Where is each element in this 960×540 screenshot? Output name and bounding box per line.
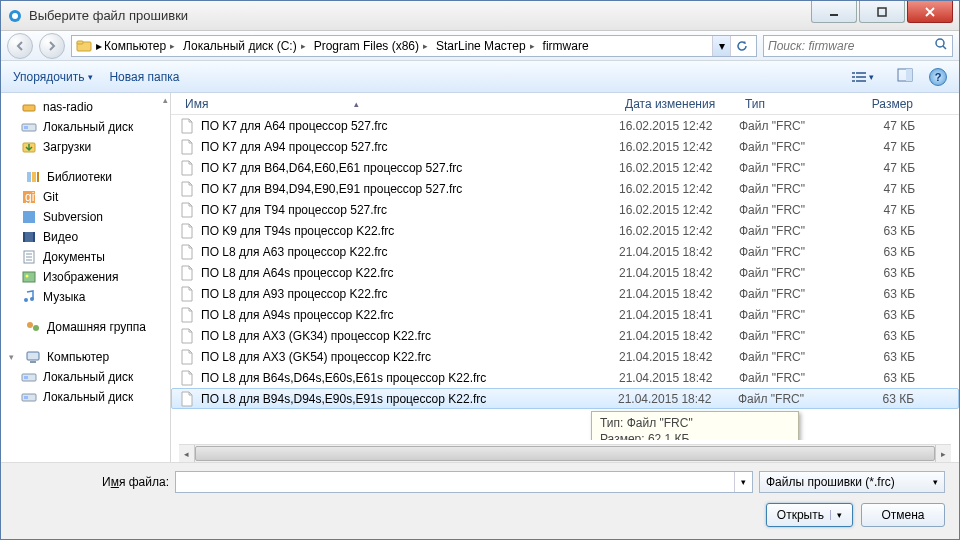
organize-button[interactable]: Упорядочить ▾ [13, 70, 93, 84]
svg-point-34 [33, 325, 39, 331]
file-row[interactable]: ПО L8 для A64s процессор K22.frc21.04.20… [171, 262, 959, 283]
file-date: 16.02.2015 12:42 [619, 140, 739, 154]
file-type: Файл "FRC" [739, 161, 849, 175]
file-row[interactable]: ПО L8 для B94s,D94s,E90s,E91s процессор … [171, 388, 959, 409]
file-row[interactable]: ПО L8 для AX3 (GK34) процессор K22.frc21… [171, 325, 959, 346]
file-row[interactable]: ПО L8 для A63 процессор K22.frc21.04.201… [171, 241, 959, 262]
file-icon [179, 286, 195, 302]
breadcrumb[interactable]: ▸ Компьютер▸ Локальный диск (C:)▸ Progra… [71, 35, 757, 57]
svg-rect-38 [24, 376, 28, 379]
search-icon[interactable] [934, 37, 948, 54]
documents-icon [21, 249, 37, 265]
file-type: Файл "FRC" [739, 224, 849, 238]
open-button[interactable]: Открыть▾ [766, 503, 853, 527]
crumb-computer[interactable]: Компьютер▸ [102, 39, 181, 53]
sidebar-item-git[interactable]: gitGit [1, 187, 170, 207]
close-button[interactable] [907, 1, 953, 23]
file-size: 63 КБ [849, 308, 919, 322]
sidebar-item-local-disk[interactable]: Локальный диск [1, 117, 170, 137]
command-bar: Упорядочить ▾ Новая папка ▾ ? [1, 61, 959, 93]
file-row[interactable]: ПО L8 для AX3 (GK54) процессор K22.frc21… [171, 346, 959, 367]
file-date: 16.02.2015 12:42 [619, 182, 739, 196]
crumb-firmware[interactable]: firmware [541, 39, 591, 53]
file-size: 47 КБ [849, 182, 919, 196]
svg-rect-9 [852, 76, 855, 78]
minimize-button[interactable] [811, 1, 857, 23]
filetype-filter[interactable]: Файлы прошивки (*.frc)▾ [759, 471, 945, 493]
svg-rect-11 [852, 80, 855, 82]
crumb-drive-c[interactable]: Локальный диск (C:)▸ [181, 39, 312, 53]
svg-rect-10 [856, 76, 866, 78]
file-row[interactable]: ПО K9 для T94s процессор K22.frc16.02.20… [171, 220, 959, 241]
svg-rect-29 [23, 272, 35, 282]
sidebar-item-video[interactable]: Видео [1, 227, 170, 247]
file-size: 47 КБ [849, 203, 919, 217]
sidebar-item-music[interactable]: Музыка [1, 287, 170, 307]
sidebar-item-drive-2[interactable]: Локальный диск [1, 387, 170, 407]
file-icon [179, 223, 195, 239]
file-row[interactable]: ПО K7 для B94,D94,E90,E91 процессор 527.… [171, 178, 959, 199]
file-type: Файл "FRC" [739, 287, 849, 301]
help-button[interactable]: ? [929, 68, 947, 86]
back-button[interactable] [7, 33, 33, 59]
crumb-program-files[interactable]: Program Files (x86)▸ [312, 39, 434, 53]
svg-text:git: git [25, 190, 37, 204]
svg-rect-40 [24, 396, 28, 399]
column-header-name[interactable]: Имя▴ [179, 97, 619, 111]
sidebar-item-images[interactable]: Изображения [1, 267, 170, 287]
sidebar-item-nas-radio[interactable]: nas-radio [1, 97, 170, 117]
file-row[interactable]: ПО L8 для A94s процессор K22.frc21.04.20… [171, 304, 959, 325]
filename-input[interactable] [176, 475, 734, 489]
column-headers: Имя▴ Дата изменения Тип Размер [171, 93, 959, 115]
column-header-date[interactable]: Дата изменения [619, 97, 739, 111]
sidebar-group-favorites: nas-radio Локальный диск Загрузки [1, 97, 170, 157]
filename-dropdown[interactable]: ▾ [734, 472, 752, 492]
new-folder-button[interactable]: Новая папка [109, 70, 179, 84]
horizontal-scrollbar[interactable]: ◂ ▸ [179, 444, 951, 462]
music-icon [21, 289, 37, 305]
file-date: 21.04.2015 18:42 [619, 266, 739, 280]
file-icon [179, 349, 195, 365]
sidebar-section-homegroup[interactable]: Домашняя группа [1, 317, 170, 337]
column-header-size[interactable]: Размер [849, 97, 919, 111]
sidebar-section-computer[interactable]: ▾Компьютер [1, 347, 170, 367]
file-open-dialog: Выберите файл прошивки ▸ Компьютер▸ Лока… [0, 0, 960, 540]
search-input[interactable] [768, 39, 934, 53]
filename-combo[interactable]: ▾ [175, 471, 753, 493]
file-row[interactable]: ПО K7 для A94 процессор 527.frc16.02.201… [171, 136, 959, 157]
scroll-right-button[interactable]: ▸ [935, 445, 951, 462]
file-row[interactable]: ПО K7 для A64 процессор 527.frc16.02.201… [171, 115, 959, 136]
video-icon [21, 229, 37, 245]
cancel-button[interactable]: Отмена [861, 503, 945, 527]
file-row[interactable]: ПО L8 для B64s,D64s,E60s,E61s процессор … [171, 367, 959, 388]
breadcrumb-dropdown[interactable]: ▾ [712, 36, 730, 56]
sidebar-item-drive-1[interactable]: Локальный диск [1, 367, 170, 387]
sidebar-item-downloads[interactable]: Загрузки [1, 137, 170, 157]
crumb-starline-master[interactable]: StarLine Мастер▸ [434, 39, 541, 53]
file-date: 21.04.2015 18:42 [619, 329, 739, 343]
forward-button[interactable] [39, 33, 65, 59]
sidebar-scroll-up[interactable]: ▴ [163, 95, 168, 105]
view-options-button[interactable]: ▾ [843, 67, 881, 87]
sidebar-item-documents[interactable]: Документы [1, 247, 170, 267]
open-split-dropdown[interactable]: ▾ [830, 510, 842, 520]
svg-rect-14 [906, 69, 912, 81]
file-size: 63 КБ [849, 371, 919, 385]
column-header-type[interactable]: Тип [739, 97, 849, 111]
titlebar: Выберите файл прошивки [1, 1, 959, 31]
refresh-button[interactable] [730, 36, 752, 56]
sidebar-item-subversion[interactable]: Subversion [1, 207, 170, 227]
maximize-button[interactable] [859, 1, 905, 23]
search-box[interactable] [763, 35, 953, 57]
preview-pane-button[interactable] [897, 68, 913, 85]
file-row[interactable]: ПО K7 для B64,D64,E60,E61 процессор 527.… [171, 157, 959, 178]
file-row[interactable]: ПО K7 для T94 процессор 527.frc16.02.201… [171, 199, 959, 220]
scroll-left-button[interactable]: ◂ [179, 445, 195, 462]
file-list[interactable]: ПО K7 для A64 процессор 527.frc16.02.201… [171, 115, 959, 440]
scroll-thumb[interactable] [195, 446, 935, 461]
file-row[interactable]: ПО L8 для A93 процессор K22.frc21.04.201… [171, 283, 959, 304]
file-date: 16.02.2015 12:42 [619, 203, 739, 217]
file-date: 16.02.2015 12:42 [619, 224, 739, 238]
svg-rect-24 [23, 211, 35, 223]
sidebar-section-libraries[interactable]: Библиотеки [1, 167, 170, 187]
